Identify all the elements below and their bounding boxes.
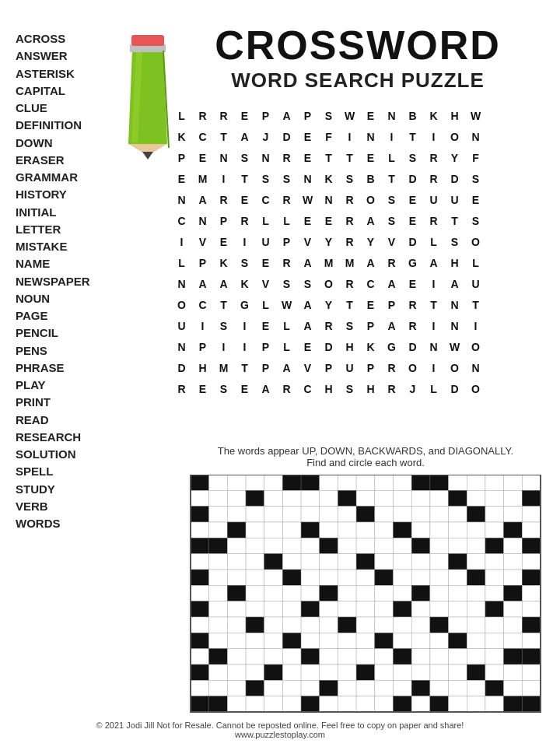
grid-cell: A xyxy=(381,315,402,336)
svg-rect-288 xyxy=(449,696,467,712)
svg-rect-244 xyxy=(338,665,356,680)
svg-rect-17 xyxy=(356,475,375,490)
svg-rect-190 xyxy=(394,617,412,633)
grid-cell: W xyxy=(444,336,465,357)
grid-cell: Y xyxy=(318,294,339,315)
svg-rect-135 xyxy=(430,570,449,585)
svg-rect-243 xyxy=(320,665,338,680)
pencil-icon xyxy=(121,27,175,136)
grid-cell: E xyxy=(360,105,381,126)
grid-cell: E xyxy=(465,189,486,210)
svg-rect-156 xyxy=(467,585,485,601)
svg-rect-40 xyxy=(430,490,449,506)
svg-rect-268 xyxy=(430,680,449,696)
svg-rect-53 xyxy=(320,507,338,522)
svg-rect-137 xyxy=(467,570,485,585)
svg-rect-81 xyxy=(485,522,504,538)
grid-cell: S xyxy=(381,210,402,231)
svg-rect-33 xyxy=(301,490,320,506)
svg-rect-54 xyxy=(338,507,356,522)
svg-rect-194 xyxy=(467,617,485,633)
svg-rect-112 xyxy=(356,554,375,570)
grid-cell: R xyxy=(276,147,297,168)
svg-rect-125 xyxy=(246,570,264,585)
grid-cell: A xyxy=(297,315,318,336)
grid-cell: A xyxy=(423,252,444,273)
grid-cell: R xyxy=(318,315,339,336)
svg-rect-102 xyxy=(522,538,541,553)
svg-rect-271 xyxy=(485,680,504,696)
svg-rect-19 xyxy=(394,475,412,490)
svg-rect-284 xyxy=(375,696,394,712)
grid-cell: K xyxy=(423,105,444,126)
svg-rect-42 xyxy=(467,490,485,506)
svg-rect-87 xyxy=(246,538,264,553)
svg-rect-9 xyxy=(209,475,228,490)
grid-cell: R xyxy=(213,105,234,126)
grid-cell: R xyxy=(381,378,402,399)
grid-cell: F xyxy=(465,147,486,168)
svg-rect-241 xyxy=(282,665,301,680)
svg-rect-247 xyxy=(394,665,412,680)
svg-rect-136 xyxy=(449,570,467,585)
grid-cell: L xyxy=(255,210,276,231)
grid-cell: P xyxy=(213,210,234,231)
instruction-line: The words appear UP, DOWN, BACKWARDS, an… xyxy=(187,445,544,457)
svg-rect-71 xyxy=(301,522,320,538)
grid-cell: S xyxy=(318,105,339,126)
grid-cell: D xyxy=(402,231,423,252)
grid-cell: P xyxy=(255,336,276,357)
word-item: ERASER xyxy=(16,153,90,168)
svg-rect-85 xyxy=(209,538,228,553)
svg-rect-183 xyxy=(264,617,283,633)
grid-cell: C xyxy=(360,273,381,294)
grid-cell: G xyxy=(234,294,255,315)
grid-cell: L xyxy=(381,147,402,168)
svg-rect-151 xyxy=(375,585,394,601)
word-item: PENS xyxy=(16,343,90,359)
grid-cell: N xyxy=(465,357,486,378)
grid-cell: E xyxy=(255,252,276,273)
svg-rect-228 xyxy=(394,649,412,665)
grid-cell: B xyxy=(402,105,423,126)
grid-cell: A xyxy=(444,273,465,294)
grid-cell: E xyxy=(360,147,381,168)
svg-rect-211 xyxy=(430,633,449,648)
svg-rect-264 xyxy=(356,680,375,696)
grid-cell: D xyxy=(444,168,465,189)
grid-cell: R xyxy=(213,189,234,210)
grid-cell: L xyxy=(276,336,297,357)
svg-rect-186 xyxy=(320,617,338,633)
grid-cell: H xyxy=(192,357,213,378)
svg-rect-124 xyxy=(227,570,246,585)
svg-rect-122 xyxy=(191,570,209,585)
svg-rect-4 xyxy=(131,35,164,46)
grid-cell: N xyxy=(171,273,192,294)
crossword-mini-grid xyxy=(187,475,544,716)
svg-rect-281 xyxy=(320,696,338,712)
svg-rect-193 xyxy=(449,617,467,633)
svg-rect-76 xyxy=(394,522,412,538)
grid-cell: O xyxy=(465,231,486,252)
svg-rect-258 xyxy=(246,680,264,696)
svg-rect-43 xyxy=(485,490,504,506)
grid-cell: J xyxy=(402,378,423,399)
svg-rect-86 xyxy=(227,538,246,553)
svg-rect-8 xyxy=(191,475,209,490)
grid-cell: T xyxy=(381,168,402,189)
instructions: The words appear UP, DOWN, BACKWARDS, an… xyxy=(187,445,544,468)
svg-rect-161 xyxy=(209,601,228,617)
svg-rect-89 xyxy=(282,538,301,553)
grid-cell: A xyxy=(213,273,234,294)
svg-rect-52 xyxy=(301,507,320,522)
grid-cell: I xyxy=(465,315,486,336)
grid-cell: T xyxy=(465,294,486,315)
svg-rect-98 xyxy=(449,538,467,553)
svg-rect-291 xyxy=(504,696,523,712)
grid-cell: S xyxy=(465,168,486,189)
svg-rect-88 xyxy=(264,538,283,553)
grid-cell: R xyxy=(402,315,423,336)
svg-rect-48 xyxy=(227,507,246,522)
word-item: CLUE xyxy=(16,100,90,116)
grid-cell: N xyxy=(255,147,276,168)
